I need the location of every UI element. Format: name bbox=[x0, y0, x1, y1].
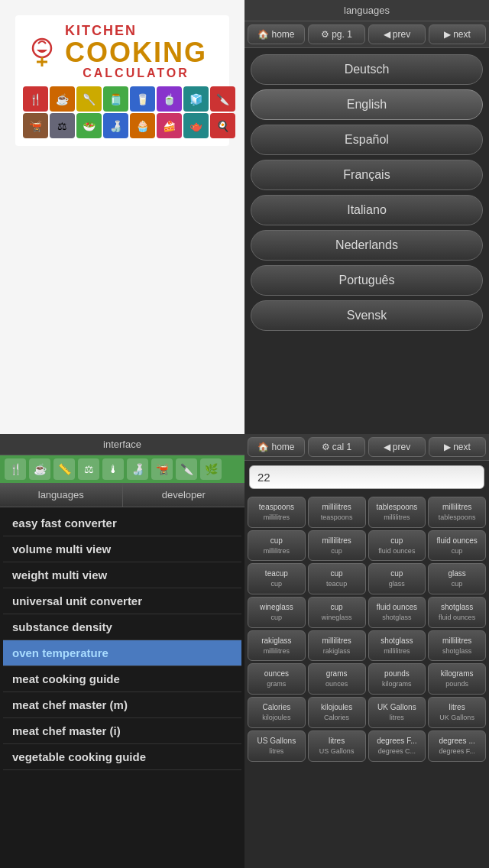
calc-nav-icon-3: ▶ bbox=[444, 442, 451, 452]
logo-icon-1: ☕ bbox=[50, 86, 75, 112]
logo-icon-12: 🧁 bbox=[130, 113, 155, 138]
calc-nav-icon-2: ◀ bbox=[384, 442, 390, 452]
menu-item-7[interactable]: meat chef master (m) bbox=[3, 692, 241, 718]
lang-btn-english[interactable]: English bbox=[251, 89, 483, 120]
conv-btn-23[interactable]: kilogramspounds bbox=[428, 663, 486, 695]
conv-btn-4[interactable]: cupmillilitres bbox=[248, 530, 306, 562]
languages-panel: languages 🏠home⚙pg. 1◀prev▶next DeutschE… bbox=[244, 0, 489, 434]
conv-btn-13[interactable]: cupwineglass bbox=[308, 597, 366, 628]
lang-nav-btn-prev[interactable]: ◀prev bbox=[368, 24, 426, 44]
conv-btn-18[interactable]: shotglassmillilitres bbox=[368, 630, 426, 662]
calc-nav-btn-next[interactable]: ▶next bbox=[429, 437, 486, 457]
interface-panel: interface 🍴 ☕ 📏 ⚖ 🌡 🍶 🫕 🔪 🌿 languagesdev… bbox=[0, 434, 244, 868]
conv-btn-16[interactable]: rakiglassmillilitres bbox=[248, 630, 306, 662]
conv-btn-1[interactable]: millilitresteaspoons bbox=[308, 497, 366, 528]
tab-languages[interactable]: languages bbox=[0, 483, 123, 507]
conv-btn-31[interactable]: degrees ...degrees F... bbox=[428, 730, 486, 762]
cup-icon: ☕ bbox=[29, 458, 50, 480]
conv-btn-10[interactable]: cupglass bbox=[368, 563, 426, 594]
conv-btn-12[interactable]: wineglasscup bbox=[248, 597, 306, 628]
nav-icon-3: ▶ bbox=[444, 29, 451, 40]
logo-icon-15: 🍳 bbox=[210, 113, 235, 138]
bottle-icon: 🍶 bbox=[127, 458, 148, 480]
conv-btn-14[interactable]: fluid ouncesshotglass bbox=[368, 597, 426, 628]
interface-header: interface bbox=[0, 434, 244, 455]
conv-btn-26[interactable]: UK Gallonslitres bbox=[368, 697, 426, 728]
conv-btn-2[interactable]: tablespoonsmillilitres bbox=[368, 497, 426, 528]
menu-item-0[interactable]: easy fast converter bbox=[3, 510, 241, 536]
conv-btn-11[interactable]: glasscup bbox=[428, 563, 486, 594]
lang-btn-nederlands[interactable]: Nederlands bbox=[251, 230, 483, 261]
conv-btn-7[interactable]: fluid ouncescup bbox=[428, 530, 486, 562]
conv-btn-30[interactable]: degrees F...degrees C... bbox=[368, 730, 426, 762]
menu-item-9[interactable]: vegetable cooking guide bbox=[3, 744, 241, 770]
logo-icon-7: 🔪 bbox=[210, 86, 235, 112]
temp-icon: 🌡 bbox=[102, 458, 124, 480]
nav-icon-1: ⚙ bbox=[321, 29, 329, 40]
interface-icons-bar: 🍴 ☕ 📏 ⚖ 🌡 🍶 🫕 🔪 🌿 bbox=[0, 455, 244, 483]
conv-btn-17[interactable]: millilitresrakiglass bbox=[308, 630, 366, 662]
nav-icon-2: ◀ bbox=[384, 29, 390, 40]
menu-item-1[interactable]: volume multi view bbox=[3, 536, 241, 562]
conv-btn-8[interactable]: teacupcup bbox=[248, 563, 306, 594]
menu-item-6[interactable]: meat cooking guide bbox=[3, 666, 241, 692]
conv-btn-27[interactable]: litresUK Gallons bbox=[428, 697, 486, 728]
menu-item-3[interactable]: universal unit converter bbox=[3, 588, 241, 614]
interface-tab-bar: languagesdeveloper bbox=[0, 483, 244, 507]
conv-btn-6[interactable]: cupfluid ounces bbox=[368, 530, 426, 562]
calc-input[interactable] bbox=[249, 465, 484, 489]
calc-nav-bar: 🏠home⚙cal 1◀prev▶next bbox=[244, 434, 489, 461]
logo-icon-9: ⚖ bbox=[50, 113, 75, 138]
menu-item-2[interactable]: weight multi view bbox=[3, 562, 241, 588]
pot-icon: 🫕 bbox=[151, 458, 173, 480]
menu-item-5[interactable]: oven temperature bbox=[3, 640, 241, 666]
lang-btn-italiano[interactable]: Italiano bbox=[251, 195, 483, 225]
measure-icon: 📏 bbox=[53, 458, 75, 480]
menu-item-8[interactable]: meat chef master (i) bbox=[3, 718, 241, 744]
conv-btn-19[interactable]: millilitresshotglass bbox=[428, 630, 486, 662]
logo-icon-6: 🧊 bbox=[183, 86, 209, 112]
conv-btn-9[interactable]: cupteacup bbox=[308, 563, 366, 594]
lang-btn-español[interactable]: Español bbox=[251, 125, 483, 155]
calc-input-row bbox=[244, 461, 489, 494]
conv-btn-25[interactable]: kilojoulesCalories bbox=[308, 697, 366, 728]
calc-nav-icon-1: ⚙ bbox=[322, 442, 330, 452]
lang-btn-français[interactable]: Français bbox=[251, 160, 483, 190]
conv-btn-15[interactable]: shotglassfluid ounces bbox=[428, 597, 486, 628]
conv-btn-20[interactable]: ouncesgrams bbox=[248, 663, 306, 695]
conv-btn-24[interactable]: Calorieskilojoules bbox=[248, 697, 306, 728]
conv-btn-3[interactable]: millilitrestablespoons bbox=[428, 497, 486, 528]
lang-btn-português[interactable]: Português bbox=[251, 265, 483, 296]
lang-nav-btn-next[interactable]: ▶next bbox=[429, 24, 486, 44]
conv-btn-21[interactable]: gramsounces bbox=[308, 663, 366, 695]
menu-item-4[interactable]: substance density bbox=[3, 614, 241, 640]
calculator-panel: 🏠home⚙cal 1◀prev▶next teaspoonsmillilitr… bbox=[244, 434, 489, 868]
languages-nav-bar: 🏠home⚙pg. 1◀prev▶next bbox=[244, 21, 489, 48]
menu-list: easy fast convertervolume multi viewweig… bbox=[0, 507, 244, 868]
logo-container: KITCHEN COOKING CALCULATOR 🍴☕🥄🫙🥛🍵🧊🔪🫕⚖🥗🍶🧁… bbox=[15, 15, 229, 146]
logo-icon-5: 🍵 bbox=[157, 86, 182, 112]
lang-nav-btn-home[interactable]: 🏠home bbox=[248, 24, 305, 44]
calc-nav-btn-home[interactable]: 🏠home bbox=[248, 437, 305, 457]
lang-btn-svensk[interactable]: Svensk bbox=[251, 300, 483, 331]
conv-btn-28[interactable]: US Gallonslitres bbox=[248, 730, 306, 762]
logo-icon-4: 🥛 bbox=[130, 86, 155, 112]
conv-btn-0[interactable]: teaspoonsmillilitres bbox=[248, 497, 306, 528]
nav-icon-0: 🏠 bbox=[257, 29, 269, 40]
conv-btn-22[interactable]: poundskilograms bbox=[368, 663, 426, 695]
logo-icon-13: 🍰 bbox=[157, 113, 182, 138]
conv-btn-29[interactable]: litresUS Gallons bbox=[308, 730, 366, 762]
lang-btn-deutsch[interactable]: Deutsch bbox=[251, 54, 483, 85]
leaf-icon: 🌿 bbox=[200, 458, 222, 480]
conv-btn-5[interactable]: millilitrescup bbox=[308, 530, 366, 562]
logo-icon-14: 🫖 bbox=[183, 113, 209, 138]
calc-nav-btn-prev[interactable]: ◀prev bbox=[368, 437, 426, 457]
tab-developer[interactable]: developer bbox=[123, 483, 245, 507]
scale-icon: ⚖ bbox=[78, 458, 99, 480]
logo-panel: KITCHEN COOKING CALCULATOR 🍴☕🥄🫙🥛🍵🧊🔪🫕⚖🥗🍶🧁… bbox=[0, 0, 244, 434]
lang-nav-btn-pg.-1[interactable]: ⚙pg. 1 bbox=[308, 24, 365, 44]
knife-icon: 🔪 bbox=[176, 458, 197, 480]
logo-icon bbox=[23, 33, 61, 71]
calc-nav-btn-cal-1[interactable]: ⚙cal 1 bbox=[308, 437, 365, 457]
logo-icon-3: 🫙 bbox=[103, 86, 128, 112]
